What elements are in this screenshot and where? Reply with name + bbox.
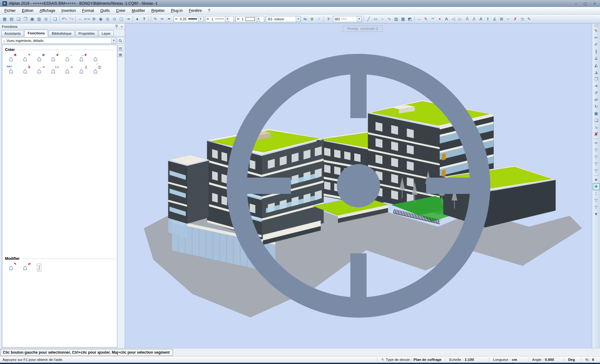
delete-view-icon[interactable]: ⌂ ✘ <box>48 54 58 64</box>
edit-pencil-icon[interactable]: ✎ <box>593 28 600 34</box>
search-functions-button[interactable] <box>117 38 124 44</box>
mesh-icon[interactable]: ⊠ <box>498 16 505 23</box>
view-width-icon[interactable]: ⌂ ↔ <box>62 54 73 64</box>
menu-creer[interactable]: Créer <box>113 7 129 14</box>
open-project-icon[interactable]: ▦ <box>1 16 8 23</box>
viewport-icon[interactable]: ▢ <box>118 16 125 23</box>
pattern-fill-icon[interactable]: ▦ <box>400 16 406 23</box>
filter-architecture-icon[interactable]: ▽ <box>593 160 600 167</box>
pattern-combo[interactable]: 382 ∩∩∩ ▼ <box>333 16 362 22</box>
label-edit-icon[interactable]: ✎ <box>526 16 532 23</box>
text-pointer-icon[interactable]: ▷ <box>457 16 464 23</box>
layer-select-icon[interactable]: ⇆ <box>302 16 309 23</box>
linetype-dropdown-arrow[interactable]: ▼ <box>225 16 229 22</box>
link-document-icon[interactable]: ʃ <box>34 263 44 273</box>
pen-dropdown-arrow[interactable]: ▼ <box>198 16 203 22</box>
section-outline-icon[interactable]: ⌂ ▯ <box>76 66 87 76</box>
edit-point-icon[interactable]: ✏ <box>593 34 600 41</box>
view-info-icon[interactable]: ⌂ ⓘ <box>90 66 101 76</box>
view-detail-icon[interactable]: ⊙ <box>111 16 118 23</box>
stirrup-icon[interactable]: ⌐ <box>505 16 512 23</box>
module-board-button[interactable]: ▦ <box>118 52 123 57</box>
text-rotate-icon[interactable]: ◁ <box>450 16 457 23</box>
pattern-icon[interactable]: ✳ <box>325 16 332 23</box>
rotate-icon[interactable]: ↺ <box>593 89 600 96</box>
pan-zoom-icon[interactable]: ✚ <box>593 183 600 190</box>
scale-icon[interactable]: ⟷ <box>83 16 90 23</box>
view-dimension-icon[interactable]: ⌂ ↔ <box>90 54 101 64</box>
status-angle[interactable]: Angle : 0.000 <box>528 357 564 362</box>
rotate-copy-icon[interactable]: ↻ <box>593 103 600 110</box>
mirror-icon[interactable]: ◮ <box>593 69 600 76</box>
status-scale[interactable]: Echelle : 1:100 <box>445 357 489 362</box>
move-icon[interactable]: ➔ <box>593 83 600 89</box>
text-properties-icon[interactable]: Á <box>471 16 477 23</box>
menu-insertion[interactable]: Insertion <box>58 7 79 14</box>
filter-general-icon[interactable]: ▽ <box>593 197 600 204</box>
measure-edit-icon[interactable]: ∡ <box>593 55 600 62</box>
panel-close-icon[interactable]: × <box>121 25 123 28</box>
elevation-dimension-icon[interactable]: ⁰⁰⁰ <box>429 16 436 23</box>
minimize-button[interactable]: – <box>573 1 579 6</box>
brush-edit-icon[interactable]: ✏ <box>159 16 166 23</box>
measure-icon[interactable]: ⇔ <box>77 16 83 23</box>
line-type-combo[interactable]: ✒ 1 ▼ <box>205 16 234 22</box>
menu-outils[interactable]: Outils <box>97 7 113 14</box>
menu-edition[interactable]: Edition <box>19 7 37 14</box>
tab-layer[interactable]: Layer <box>98 30 114 36</box>
tab-bibliotheque[interactable]: Bibliothèque <box>48 30 74 36</box>
spline-icon[interactable]: ∿ <box>386 16 393 23</box>
mirror-copy-icon[interactable]: ⇄ <box>593 96 600 103</box>
mirror-delete-icon[interactable]: ◭ <box>593 62 600 69</box>
close-button[interactable]: × <box>592 1 597 6</box>
module-selector[interactable]: ⌂ Vues ingénierie, détails ▼ <box>1 38 116 44</box>
copy-icon[interactable]: ❐ <box>593 76 600 83</box>
tab-proprietes[interactable]: Propriétés <box>75 30 98 36</box>
toolbar-grip[interactable] <box>594 25 598 26</box>
add-view-icon[interactable]: ⌂ ⊕ <box>34 54 44 64</box>
menu-repeter[interactable]: Répéter <box>148 7 168 14</box>
delete-view-width-icon[interactable]: ⌂ ↔✘ <box>76 54 87 64</box>
delete-reinforcement-icon[interactable]: ✗ <box>512 16 519 23</box>
allplan-connect-icon[interactable]: ● <box>134 16 141 23</box>
section-line-icon[interactable]: ⌂ ←•• <box>34 66 44 76</box>
status-angle-unit[interactable]: Deg <box>564 357 581 362</box>
sum-functions-icon[interactable]: Σ <box>593 190 600 197</box>
view-window-icon[interactable]: ◎ <box>104 16 111 23</box>
label-view-icon[interactable]: ⌂ ABC <box>6 66 16 76</box>
status-drawing-type[interactable]: ✎ Type de dessin : Plan de coffrage <box>377 357 445 362</box>
menu-affichage[interactable]: Affichage <box>37 7 58 14</box>
layer-set-icon[interactable]: ≣ <box>309 16 315 23</box>
parallel-lines-icon[interactable]: ∥ <box>593 48 600 55</box>
text-edit-icon[interactable]: Å <box>464 16 471 23</box>
snap-edit-icon[interactable]: ✎ <box>152 16 159 23</box>
match-properties-icon[interactable]: ✑ <box>593 140 600 147</box>
help-icon[interactable]: ? <box>141 16 148 23</box>
tab-assistants[interactable]: Assistants <box>1 30 24 36</box>
new-document-icon[interactable]: ❏ <box>15 16 22 23</box>
save-icon[interactable]: ▣ <box>29 16 36 23</box>
level-symbol-icon[interactable]: ▼ <box>436 16 443 23</box>
circle-icon[interactable]: ○ <box>379 16 386 23</box>
filter-color-icon[interactable]: ▽ <box>593 204 600 211</box>
redo-icon[interactable]: ↷ <box>68 16 74 23</box>
pen-thickness-combo[interactable]: ✒ 0.25 ▼ <box>174 16 204 22</box>
create-view-icon[interactable]: ⌂ ✱ <box>6 54 16 64</box>
projectpilot-icon[interactable]: ▤ <box>8 16 15 23</box>
status-length[interactable]: Longueur : cm <box>489 357 528 362</box>
open-document-icon[interactable]: ❐ <box>22 16 29 23</box>
tab-fonctions[interactable]: Fonctions <box>24 30 48 37</box>
line-color-combo[interactable]: ✒ 1 ▼ <box>235 16 264 22</box>
line-icon[interactable]: ╱ <box>365 16 372 23</box>
view-projection-icon[interactable]: ◉ <box>97 16 104 23</box>
bending-shape-icon[interactable]: ∡ <box>491 16 498 23</box>
pattern-dropdown-arrow[interactable]: ▼ <box>357 16 361 22</box>
menu-fichier[interactable]: Fichier <box>1 7 19 14</box>
dimension-line-icon[interactable]: ↔ <box>416 16 422 23</box>
delete-icon[interactable]: ✘ <box>593 131 600 138</box>
modify-view-icon[interactable]: ⌂ ✎ <box>6 263 16 273</box>
resources-icon[interactable]: ▥ <box>36 16 43 23</box>
text-paragraph-icon[interactable]: A <box>477 16 484 23</box>
filter-direction-icon[interactable]: ▼ <box>593 211 600 218</box>
drawing-canvas[interactable]: Persp. centrale:2 <box>125 23 592 348</box>
